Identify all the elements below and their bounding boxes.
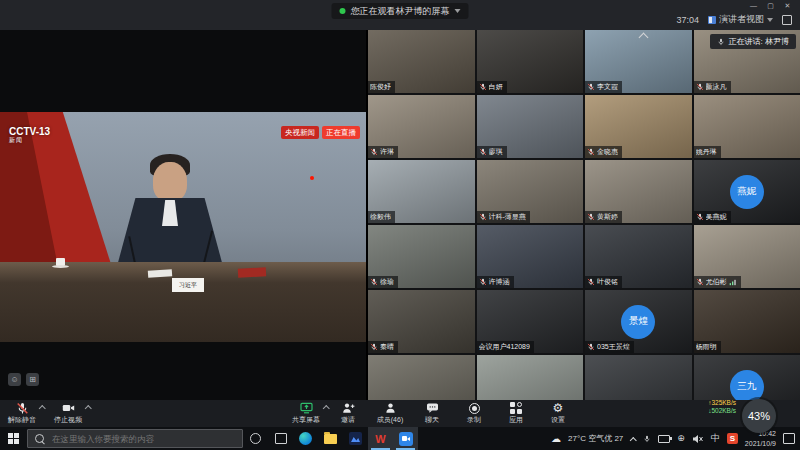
fullscreen-icon[interactable] xyxy=(782,15,792,25)
minimize-button[interactable]: — xyxy=(745,0,762,11)
dock-emoji-icon[interactable]: ☺ xyxy=(8,373,21,386)
upload-speed: ↑325KB/s xyxy=(708,399,736,407)
cortana-button[interactable] xyxy=(243,427,268,450)
participant-video xyxy=(368,355,475,400)
participant-name: 尤伯彬 xyxy=(706,277,727,287)
stop-video-button[interactable]: 停止视频 xyxy=(54,400,82,427)
participant-tile[interactable]: 会议用户412089 xyxy=(477,290,584,353)
speaker-figure-head xyxy=(153,162,187,202)
participant-tile[interactable]: 苏琦鹏 xyxy=(585,355,692,400)
network-globe-icon[interactable]: ⊕ xyxy=(677,434,685,443)
taskbar-search[interactable] xyxy=(27,429,243,448)
unmute-label: 解除静音 xyxy=(8,415,36,425)
muted-mic-red-icon xyxy=(16,402,29,415)
participant-tile[interactable]: 廖琪 xyxy=(477,95,584,158)
record-label: 录制 xyxy=(467,415,481,425)
participant-tile[interactable]: 陈俊妤 xyxy=(368,30,475,93)
participant-tile[interactable]: 陈日霞 xyxy=(477,355,584,400)
search-input[interactable] xyxy=(50,433,235,445)
tray-mic-icon[interactable] xyxy=(643,435,651,443)
weather-cloud-icon: ☁ xyxy=(551,434,561,444)
participant-tile[interactable]: 秦晴 xyxy=(368,290,475,353)
memory-accelerator-ball[interactable]: 43% xyxy=(742,399,776,433)
participant-tile[interactable]: 黄斯婷 xyxy=(585,160,692,223)
clock-date: 2021/10/9 xyxy=(745,439,776,448)
task-view-button[interactable] xyxy=(268,427,293,450)
meeting-app-button[interactable] xyxy=(393,427,418,450)
name-bar: 徐瑜 xyxy=(368,276,398,288)
participant-tile[interactable]: 许博涵 xyxy=(477,225,584,288)
participant-grid: 正在讲话: 林尹博 陈俊妤 白妍 李文霞 颜泳凡 许琳 廖琪 金晓惠 xyxy=(368,30,800,400)
grid-collapse-chevron-icon[interactable] xyxy=(638,32,650,41)
chat-bubble-icon xyxy=(426,402,439,414)
name-bar: 徐毅伟 xyxy=(368,211,395,223)
muted-mic-icon xyxy=(587,148,595,156)
participant-tile[interactable]: 燕妮 吴燕妮 xyxy=(694,160,800,223)
shared-screen-stage: 习近平 CCTV-13 新闻 央视新闻 正在直播 ☺ ⊞ xyxy=(0,30,366,400)
participant-tile[interactable]: 叶俊铭 xyxy=(585,225,692,288)
name-bar: 黄斯婷 xyxy=(585,211,622,223)
invite-person-icon xyxy=(342,402,355,414)
action-center-icon[interactable] xyxy=(783,433,795,444)
participant-tile[interactable]: 徐毅伟 xyxy=(368,160,475,223)
muted-mic-icon xyxy=(587,278,595,286)
netdisk-icon xyxy=(349,432,362,445)
start-button[interactable] xyxy=(0,427,26,450)
participant-tile[interactable]: 计科-薄显燕 xyxy=(477,160,584,223)
participant-tile[interactable]: 白妍 xyxy=(477,30,584,93)
share-options-chevron-icon[interactable] xyxy=(324,405,329,410)
participant-tile[interactable]: 景煌 035王景煌 xyxy=(585,290,692,353)
participant-name: 廖琪 xyxy=(489,147,503,157)
participant-name: 白妍 xyxy=(489,82,503,92)
apps-button[interactable]: 应用 xyxy=(502,400,530,427)
battery-icon[interactable] xyxy=(658,435,670,443)
unmute-button[interactable]: 解除静音 xyxy=(8,400,36,427)
participant-tile[interactable]: 金晓惠 xyxy=(585,95,692,158)
participant-name: 黄斯婷 xyxy=(597,212,618,222)
netdisk-app-button[interactable] xyxy=(343,427,368,450)
participant-tile[interactable]: 三九 林三九 xyxy=(694,355,800,400)
hidden-icons-chevron-icon[interactable] xyxy=(630,436,636,442)
video-options-chevron-icon[interactable] xyxy=(86,405,91,410)
ime-indicator[interactable]: 中 xyxy=(711,432,720,445)
chat-button[interactable]: 聊天 xyxy=(418,400,446,427)
record-button[interactable]: 录制 xyxy=(460,400,488,427)
participant-tile[interactable]: 许琳 xyxy=(368,95,475,158)
desk-nameplate: 习近平 xyxy=(172,278,204,292)
name-bar: 会议用户412089 xyxy=(477,341,534,353)
view-mode-label: 演讲者视图 xyxy=(719,13,764,26)
weather-text[interactable]: 27°C 空气优 27 xyxy=(568,433,623,444)
volume-muted-icon[interactable] xyxy=(692,434,704,444)
settings-button[interactable]: ⚙ 设置 xyxy=(544,400,572,427)
banner-dropdown-icon[interactable] xyxy=(455,9,461,13)
maximize-button[interactable]: ▢ xyxy=(762,0,779,11)
folder-icon xyxy=(324,434,337,444)
muted-mic-icon xyxy=(696,83,704,91)
close-button[interactable]: ✕ xyxy=(779,0,796,11)
participant-tile[interactable]: 尤伯彬 xyxy=(694,225,800,288)
invite-button[interactable]: 邀请 xyxy=(334,400,362,427)
muted-mic-icon xyxy=(479,83,487,91)
dock-grid-icon[interactable]: ⊞ xyxy=(26,373,39,386)
participant-name: 吴燕妮 xyxy=(706,212,727,222)
members-button[interactable]: 成员(46) xyxy=(376,400,404,427)
broadcast-badges: 央视新闻 正在直播 xyxy=(281,126,360,139)
participant-name: 徐毅伟 xyxy=(370,212,391,222)
members-icon xyxy=(384,402,397,414)
view-mode-button[interactable]: 演讲者视图 xyxy=(708,13,773,26)
participant-tile[interactable]: 郭宇彬 xyxy=(368,355,475,400)
mic-options-chevron-icon[interactable] xyxy=(40,405,45,410)
participant-tile[interactable]: 杨雨明 xyxy=(694,290,800,353)
watching-screen-banner[interactable]: 您正在观看林尹博的屏幕 xyxy=(332,3,469,19)
participant-tile[interactable]: 徐瑜 xyxy=(368,225,475,288)
wps-button[interactable]: W xyxy=(368,427,393,450)
participant-name: 会议用户412089 xyxy=(479,342,530,352)
sogou-icon[interactable]: S xyxy=(727,433,738,444)
participant-tile[interactable]: 姚丹琳 xyxy=(694,95,800,158)
camera-icon xyxy=(62,402,75,414)
file-explorer-button[interactable] xyxy=(318,427,343,450)
settings-label: 设置 xyxy=(551,415,565,425)
share-screen-button[interactable]: 共享屏幕 xyxy=(292,400,320,427)
apps-grid-icon xyxy=(510,402,522,414)
edge-button[interactable] xyxy=(293,427,318,450)
